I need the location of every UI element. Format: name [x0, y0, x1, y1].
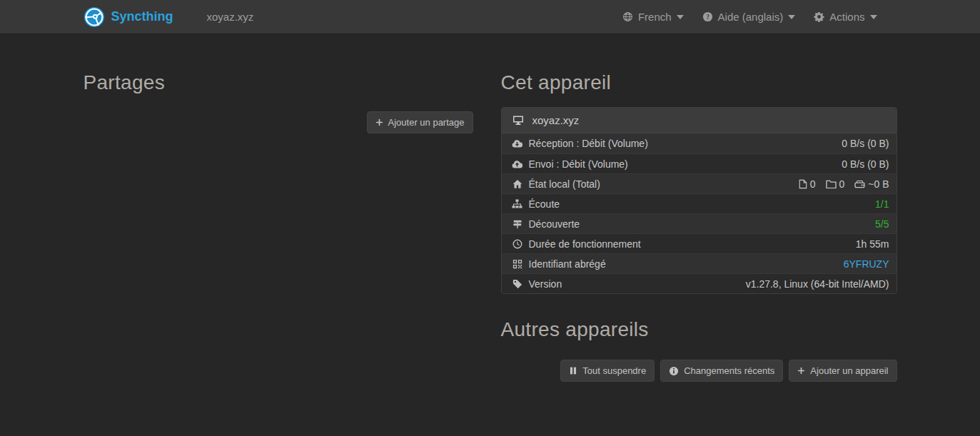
button-label: Ajouter un appareil — [810, 365, 888, 377]
this-device-panel: xoyaz.xyz Réception : Débit (Volume)0 B/… — [501, 107, 897, 294]
button-label: Tout suspendre — [582, 365, 646, 377]
tag-icon — [512, 279, 523, 289]
row-label-text: Écoute — [529, 198, 560, 210]
row-label-text: Version — [529, 278, 562, 290]
row-label: Envoi : Débit (Volume) — [512, 158, 628, 170]
desktop-icon — [512, 115, 524, 126]
device-info-row: Écoute1/1 — [502, 193, 896, 213]
this-device-panel-header: xoyaz.xyz — [502, 108, 896, 133]
row-value-text: 6YFRUZY — [844, 258, 889, 270]
value-part-text: ~0 B — [868, 178, 889, 190]
gear-icon — [814, 11, 824, 22]
menu-language[interactable]: French — [613, 11, 693, 23]
folders-heading: Partages — [84, 71, 480, 94]
row-label-text: État local (Total) — [529, 178, 600, 190]
question-circle-icon: ? — [702, 11, 713, 22]
value-part-text: 0 — [810, 178, 816, 190]
add-device-button[interactable]: Ajouter un appareil — [789, 360, 896, 382]
device-info-row: Identifiant abrégé6YFRUZY — [502, 253, 896, 273]
caret-down-icon — [677, 15, 684, 19]
file-icon — [799, 179, 807, 189]
this-device-rows: Réception : Débit (Volume)0 B/s (0 B)Env… — [502, 133, 896, 293]
row-value: 6YFRUZY — [844, 258, 889, 270]
device-info-row: Découverte5/5 — [502, 213, 896, 233]
cloud-download-icon — [512, 139, 523, 148]
device-hostname: xoyaz.xyz — [207, 11, 254, 23]
folders-section: Partages Ajouter un partage — [84, 71, 480, 382]
row-value: 0 B/s (0 B) — [842, 158, 889, 170]
row-label-text: Durée de fonctionnement — [529, 238, 641, 250]
add-folder-button[interactable]: Ajouter un partage — [367, 111, 473, 133]
row-label: Identifiant abrégé — [512, 258, 606, 270]
this-device-name: xoyaz.xyz — [532, 114, 580, 126]
menu-actions[interactable]: Actions — [804, 11, 886, 23]
add-folder-label: Ajouter un partage — [388, 116, 465, 128]
row-label-text: Découverte — [529, 218, 580, 230]
device-info-row: Durée de fonctionnement1h 55m — [502, 233, 896, 253]
value-part: 0 — [799, 178, 816, 190]
cloud-upload-icon — [512, 160, 523, 168]
clock-icon — [512, 239, 523, 249]
device-info-row: Versionv1.27.8, Linux (64-bit Intel/AMD) — [502, 273, 896, 293]
qrcode-icon — [512, 259, 523, 269]
row-label: Découverte — [512, 218, 580, 230]
other-devices-actions: Tout suspendreChangements récentsAjouter… — [501, 360, 897, 382]
row-value-text: 0 B/s (0 B) — [842, 138, 889, 149]
row-value-text: 1h 55m — [856, 238, 889, 250]
home-icon — [512, 179, 523, 189]
other-devices-section: Autres appareils Tout suspendreChangemen… — [501, 318, 897, 382]
value-part: ~0 B — [854, 178, 889, 190]
row-value: 1/1 — [875, 198, 889, 210]
value-part-text: 0 — [839, 178, 845, 190]
caret-down-icon — [870, 15, 877, 19]
pause-all-button[interactable]: Tout suspendre — [560, 360, 655, 382]
row-label-text: Réception : Débit (Volume) — [529, 138, 648, 149]
row-label: Réception : Débit (Volume) — [512, 138, 648, 149]
folder-icon — [826, 179, 837, 188]
row-value-text: v1.27.8, Linux (64-bit Intel/AMD) — [746, 278, 889, 290]
device-info-row: Envoi : Débit (Volume)0 B/s (0 B) — [502, 153, 896, 173]
sitemap-icon — [512, 199, 523, 208]
row-label: État local (Total) — [512, 178, 600, 190]
menu-help[interactable]: ?Aide (anglais) — [693, 11, 805, 23]
signpost-icon — [512, 219, 523, 229]
device-info-row: Réception : Débit (Volume)0 B/s (0 B) — [502, 133, 896, 153]
row-value: 0 B/s (0 B) — [842, 138, 889, 149]
row-value: 00~0 B — [799, 178, 889, 190]
caret-down-icon — [788, 15, 795, 19]
row-label-text: Envoi : Débit (Volume) — [529, 158, 628, 170]
value-part: 0 — [826, 178, 845, 190]
this-device-section: Cet appareil xoyaz.xyz Réception : Débit… — [501, 71, 897, 294]
menu-label: French — [638, 11, 672, 23]
globe-icon — [622, 11, 633, 22]
plus-icon — [375, 118, 383, 126]
brand-name: Syncthing — [111, 9, 173, 24]
info-circle-icon — [669, 366, 679, 376]
row-label: Durée de fonctionnement — [512, 238, 641, 250]
row-value: 5/5 — [875, 218, 889, 230]
plus-icon — [797, 367, 805, 375]
recent-changes-button[interactable]: Changements récents — [660, 360, 783, 382]
row-value: 1h 55m — [856, 238, 889, 250]
nav-menus: French?Aide (anglais)Actions — [613, 11, 886, 23]
this-device-heading: Cet appareil — [501, 71, 897, 94]
row-label: Version — [512, 278, 562, 290]
svg-text:?: ? — [706, 14, 709, 21]
row-value: v1.27.8, Linux (64-bit Intel/AMD) — [746, 278, 889, 290]
menu-label: Actions — [829, 11, 864, 23]
button-label: Changements récents — [684, 365, 774, 377]
row-value-text: 1/1 — [875, 198, 889, 210]
other-devices-heading: Autres appareils — [501, 318, 897, 341]
navbar: Syncthing xoyaz.xyz French?Aide (anglais… — [0, 0, 980, 34]
syncthing-logo-icon — [84, 6, 105, 28]
row-value-text: 5/5 — [875, 218, 889, 230]
row-label-text: Identifiant abrégé — [529, 258, 606, 270]
device-info-row: État local (Total)00~0 B — [502, 173, 896, 193]
pause-icon — [569, 366, 577, 375]
row-label: Écoute — [512, 198, 560, 210]
row-value-text: 0 B/s (0 B) — [842, 158, 889, 170]
brand: Syncthing — [84, 6, 173, 28]
hdd-icon — [854, 180, 865, 188]
menu-label: Aide (anglais) — [718, 11, 784, 23]
